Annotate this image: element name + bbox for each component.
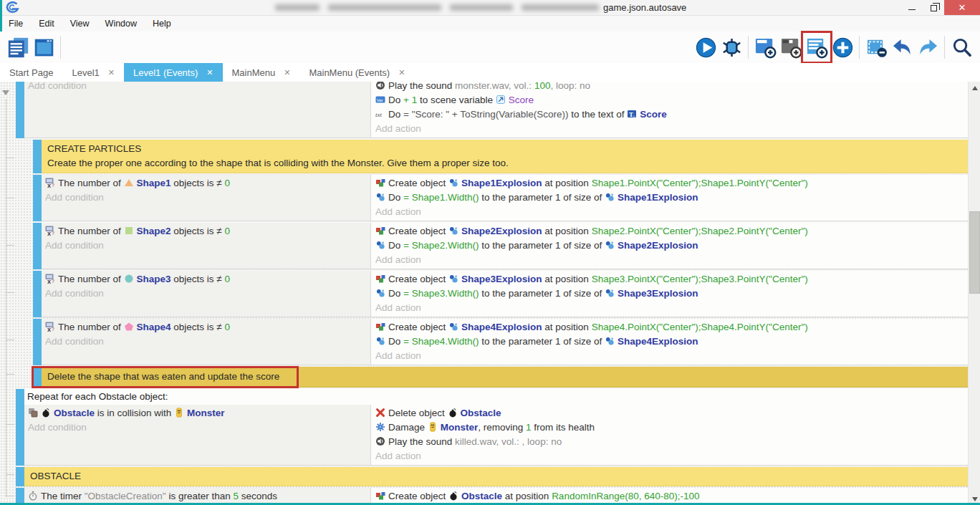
search-icon[interactable] bbox=[948, 34, 974, 61]
add-object-icon[interactable] bbox=[830, 34, 855, 61]
particle-icon bbox=[448, 274, 458, 284]
add-scene-icon[interactable] bbox=[752, 34, 778, 61]
redo-icon[interactable] bbox=[915, 34, 941, 61]
create-object-icon bbox=[375, 491, 385, 501]
event-shape1-explosion[interactable]: x?The number of Shape1 objects is ≠ 0Add… bbox=[33, 175, 968, 221]
menu-edit[interactable]: Edit bbox=[36, 19, 62, 29]
menu-file[interactable]: File bbox=[6, 19, 30, 29]
start-page-icon[interactable] bbox=[31, 34, 57, 61]
conditions-column: x?The number of Shape2 objects is ≠ 0Add… bbox=[42, 223, 370, 269]
text-segment: Do bbox=[388, 336, 403, 347]
comment-obstacle[interactable]: OBSTACLE bbox=[16, 467, 968, 486]
create-object-icon bbox=[375, 322, 385, 332]
comment-text[interactable]: CREATE PARTICLESCreate the proper one ac… bbox=[42, 140, 968, 173]
undo-icon[interactable] bbox=[889, 34, 915, 61]
add-action-link[interactable]: Add action bbox=[375, 301, 968, 315]
add-condition-link[interactable]: Add condition bbox=[28, 82, 370, 93]
action-line[interactable]: Create object Obstacle at position Rando… bbox=[375, 489, 968, 504]
remove-selection-icon[interactable] bbox=[863, 34, 889, 61]
action-line[interactable]: Play the sound killed.wav, vol.: , loop:… bbox=[375, 435, 968, 449]
text-segment: Do bbox=[388, 240, 403, 251]
add-action-link[interactable]: Add action bbox=[375, 205, 968, 219]
minimize-icon[interactable] bbox=[901, 0, 923, 15]
add-external-layout-icon[interactable] bbox=[778, 34, 804, 61]
add-action-link[interactable]: Add action bbox=[375, 122, 968, 136]
condition-line[interactable]: x?The number of Shape3 objects is ≠ 0 bbox=[45, 272, 370, 287]
tab-start-page[interactable]: Start Page bbox=[0, 63, 62, 82]
action-line[interactable]: txtDo = "Score: " + ToString(Variable(Sc… bbox=[375, 107, 968, 122]
event-monster-eats-shape[interactable]: Add conditionPlay the sound monster.wav,… bbox=[16, 82, 968, 138]
add-action-link[interactable]: Add action bbox=[375, 253, 968, 267]
action-line[interactable]: Delete object Obstacle bbox=[375, 406, 968, 420]
comment-delete-shape[interactable]: Delete the shape that was eaten and upda… bbox=[33, 367, 968, 388]
tab-close-icon[interactable]: ✕ bbox=[284, 68, 290, 77]
action-line[interactable]: Create object Shape4Explosion at positio… bbox=[375, 320, 968, 335]
scrollbar-thumb[interactable] bbox=[969, 211, 980, 294]
toolbar-left bbox=[0, 34, 64, 61]
comment-create-particles[interactable]: CREATE PARTICLESCreate the proper one ac… bbox=[33, 140, 968, 173]
event-shape4-explosion[interactable]: x?The number of Shape4 objects is ≠ 0Add… bbox=[33, 319, 968, 365]
tab-level1[interactable]: Level1✕ bbox=[62, 63, 124, 82]
menu-help[interactable]: Help bbox=[150, 19, 178, 29]
add-condition-link[interactable]: Add condition bbox=[45, 239, 370, 253]
comment-text[interactable]: OBSTACLE bbox=[24, 467, 968, 486]
action-line[interactable]: Do = Shape2.Width() to the parameter 1 o… bbox=[375, 239, 968, 253]
text-segment: 0 bbox=[225, 274, 231, 284]
action-line[interactable]: Do = Shape1.Width() to the parameter 1 o… bbox=[375, 191, 968, 205]
text-segment: to the parameter 1 of size of bbox=[479, 240, 605, 251]
actions-column: Create object Shape2Explosion at positio… bbox=[370, 223, 968, 269]
tab-close-icon[interactable]: ✕ bbox=[398, 68, 405, 77]
tab-close-icon[interactable]: ✕ bbox=[108, 68, 115, 77]
add-action-link[interactable]: Add action bbox=[375, 449, 968, 463]
vertical-scrollbar[interactable] bbox=[968, 82, 980, 505]
add-action-link[interactable]: Add action bbox=[375, 349, 968, 363]
variable-icon: Var bbox=[375, 95, 385, 105]
event-indent-bar bbox=[33, 271, 42, 317]
add-condition-link[interactable]: Add condition bbox=[28, 420, 370, 435]
restore-icon[interactable] bbox=[923, 0, 944, 15]
actions-column: Create object Shape4Explosion at positio… bbox=[370, 319, 968, 365]
tab-mainmenu[interactable]: MainMenu✕ bbox=[223, 63, 300, 82]
tree-expander-icon[interactable] bbox=[2, 90, 9, 95]
condition-line[interactable]: x?The number of Shape1 objects is ≠ 0 bbox=[45, 176, 370, 191]
svg-text:?: ? bbox=[52, 327, 54, 332]
play-icon[interactable] bbox=[693, 34, 719, 61]
tab-close-icon[interactable]: ✕ bbox=[206, 68, 213, 77]
tab-level1-events[interactable]: Level1 (Events)✕ bbox=[124, 63, 223, 82]
project-manager-icon[interactable] bbox=[5, 34, 31, 61]
debug-icon[interactable] bbox=[719, 34, 744, 61]
text-segment: = Shape4.Width() bbox=[403, 336, 479, 347]
text-segment: ≠ bbox=[216, 226, 224, 236]
menu-view[interactable]: View bbox=[67, 19, 97, 29]
condition-line[interactable]: Obstacle is in collision with Monster bbox=[28, 406, 370, 420]
add-condition-link[interactable]: Add condition bbox=[45, 287, 370, 301]
action-line[interactable]: Do = Shape4.Width() to the parameter 1 o… bbox=[375, 335, 968, 349]
menu-window[interactable]: Window bbox=[102, 19, 144, 29]
event-obstacle-collision[interactable]: Repeat for each Obstacle object:Obstacle… bbox=[16, 389, 968, 466]
condition-line[interactable]: x?The number of Shape2 objects is ≠ 0 bbox=[45, 224, 370, 239]
close-icon[interactable]: ✕ bbox=[944, 0, 980, 15]
event-shape2-explosion[interactable]: x?The number of Shape2 objects is ≠ 0Add… bbox=[33, 223, 968, 269]
action-line[interactable]: VarDo + 1 to scene variable Score bbox=[375, 93, 968, 107]
add-condition-link[interactable]: Add condition bbox=[45, 191, 370, 205]
add-external-events-icon[interactable] bbox=[804, 34, 830, 61]
action-line[interactable]: Create object Shape2Explosion at positio… bbox=[375, 224, 968, 239]
text-segment: Play the sound bbox=[388, 436, 455, 447]
condition-line[interactable]: The timer "ObstacleCreation" is greater … bbox=[28, 489, 370, 504]
event-shape3-explosion[interactable]: x?The number of Shape3 objects is ≠ 0Add… bbox=[33, 271, 968, 317]
action-line[interactable]: Create object Shape3Explosion at positio… bbox=[375, 272, 968, 287]
action-line[interactable]: Damage Monster, removing 1 from its heal… bbox=[375, 420, 968, 435]
action-line[interactable]: Create object Shape1Explosion at positio… bbox=[375, 176, 968, 191]
text-segment: Score bbox=[509, 95, 534, 105]
action-line[interactable]: Play the sound monster.wav, vol.: 100, l… bbox=[375, 82, 968, 93]
add-condition-link[interactable]: Add condition bbox=[45, 335, 370, 349]
action-line[interactable]: Do = Shape3.Width() to the parameter 1 o… bbox=[375, 287, 968, 301]
scroll-up-icon[interactable] bbox=[969, 82, 980, 94]
tab-label: Level1 (Events) bbox=[133, 67, 198, 78]
condition-line[interactable]: x?The number of Shape4 objects is ≠ 0 bbox=[45, 320, 370, 335]
comment-text[interactable]: Delete the shape that was eaten and upda… bbox=[42, 367, 968, 388]
menu-bar: FileEditViewWindowHelp bbox=[0, 16, 980, 32]
svg-text:x: x bbox=[47, 182, 51, 188]
events-list: Add conditionPlay the sound monster.wav,… bbox=[0, 82, 968, 505]
tab-mainmenu-events[interactable]: MainMenu (Events)✕ bbox=[299, 63, 414, 82]
